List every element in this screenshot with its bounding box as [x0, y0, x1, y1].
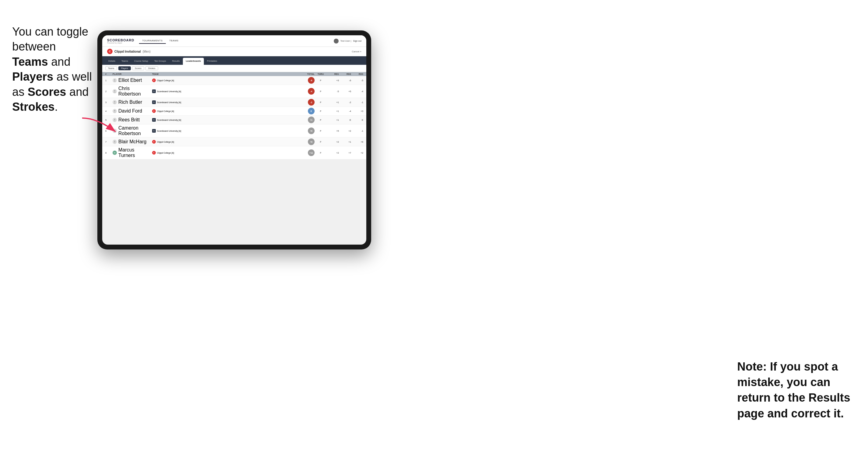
avatar-3 — [113, 100, 117, 104]
team-name-8: Clippd College [A] — [157, 152, 174, 154]
team-logo-3: S — [152, 100, 156, 104]
svg-point-5 — [114, 119, 115, 120]
tournament-title: C Clippd Invitational (Men) — [107, 49, 151, 54]
user-name: Test User | — [340, 39, 351, 42]
rd3-8: +2 — [351, 152, 363, 154]
rd2-8: +7 — [339, 152, 351, 154]
header-right: Test User | Sign out — [334, 39, 362, 43]
rank-7: 7 — [105, 141, 113, 143]
team-name-2: Scoreboard University [A] — [157, 90, 181, 92]
cancel-button[interactable]: Cancel × — [352, 50, 362, 53]
thru-2: F — [315, 90, 327, 93]
sub-tab-players[interactable]: Players — [118, 66, 131, 70]
thru-3: F — [315, 101, 327, 104]
total-cell-8: +11 — [296, 149, 315, 156]
thru-1: F — [315, 79, 327, 82]
rd3-6: -1 — [351, 130, 363, 132]
rd1-5: +1 — [327, 119, 339, 121]
player-name-4: David Ford — [118, 108, 142, 114]
col-rd2: RD2 — [339, 73, 351, 75]
col-rd3: RD3 — [351, 73, 363, 75]
avatar-2 — [113, 89, 117, 93]
team-cell-6: S Scoreboard University [A] — [152, 129, 296, 133]
team-name-6: Scoreboard University [A] — [157, 130, 181, 132]
rd3-1: -5 — [351, 79, 363, 82]
tab-teams[interactable]: Teams — [118, 58, 131, 65]
rd1-7: +2 — [327, 141, 339, 143]
app-header: SCOREBOARD Powered by clippd TOURNAMENTS… — [102, 35, 366, 47]
score-badge-5: +1 — [308, 117, 315, 123]
player-name-1: Elliot Ebert — [118, 77, 142, 83]
team-name-3: Scoreboard University [A] — [157, 101, 181, 103]
avatar-6 — [113, 129, 117, 133]
total-cell-5: +1 — [296, 117, 315, 123]
player-cell-5: Rees Britt — [113, 117, 152, 123]
player-name-8: Marcus Turners — [118, 147, 152, 158]
total-cell-1: -8 — [296, 77, 315, 84]
score-badge-7: +8 — [308, 138, 315, 145]
table-row: 1 Elliot Ebert C Clippd College [A] -8 F… — [102, 76, 366, 85]
col-player: PLAYER — [113, 73, 152, 75]
tab-bar: Details Teams Course Setup Tee Groups Re… — [102, 56, 366, 65]
team-cell-4: C Clippd College [A] — [152, 109, 296, 113]
total-cell-3: -2 — [296, 99, 315, 105]
team-logo-4: C — [152, 109, 156, 113]
player-cell-2: Chris Robertson — [113, 86, 152, 97]
player-cell-3: Rich Butler — [113, 99, 152, 105]
tab-leaderboards[interactable]: Leaderboards — [183, 58, 204, 65]
nav-teams[interactable]: TEAMS — [166, 38, 182, 44]
score-badge-1: -8 — [308, 77, 315, 84]
rd1-4: +1 — [327, 110, 339, 113]
sub-tab-strokes[interactable]: Strokes — [146, 66, 158, 70]
rd1-2: -5 — [327, 90, 339, 93]
table-row: 8 MT Marcus Turners C Clippd College [A]… — [102, 146, 366, 159]
table-row: 4 David Ford C Clippd College [A] E F +1… — [102, 107, 366, 116]
tab-course-setup[interactable]: Course Setup — [131, 58, 151, 65]
tab-results[interactable]: Results — [169, 58, 183, 65]
team-cell-2: S Scoreboard University [A] — [152, 89, 296, 93]
sign-out-link[interactable]: Sign out — [353, 39, 362, 42]
rd3-7: +6 — [351, 141, 363, 143]
player-cell-6: Cameron Robertson — [113, 125, 152, 136]
svg-text:MT: MT — [114, 152, 116, 154]
col-total: TOTAL — [296, 73, 315, 75]
avatar-1 — [113, 78, 117, 83]
rd2-5: E — [339, 119, 351, 121]
tab-details[interactable]: Details — [105, 58, 118, 65]
tab-printables[interactable]: Printables — [204, 58, 220, 65]
table-row: 5 Rees Britt S Scoreboard University [A]… — [102, 116, 366, 124]
player-cell-4: David Ford — [113, 108, 152, 114]
avatar-7 — [113, 139, 117, 144]
total-cell-2: -4 — [296, 88, 315, 95]
tournament-gender: (Men) — [143, 50, 151, 53]
nav-tournaments[interactable]: TOURNAMENTS — [139, 38, 165, 44]
team-cell-1: C Clippd College [A] — [152, 79, 296, 82]
score-badge-3: -2 — [308, 99, 315, 105]
player-name-6: Cameron Robertson — [118, 125, 152, 136]
team-logo-6: S — [152, 129, 156, 133]
rd2-1: -6 — [339, 79, 351, 82]
sub-tab-scores[interactable]: Scores — [132, 66, 144, 70]
team-logo-7: C — [152, 140, 156, 144]
sub-tabs: Teams Players Scores Strokes — [102, 65, 366, 72]
team-name-5: Scoreboard University [A] — [157, 119, 181, 121]
table-row: 6 Cameron Robertson S Scoreboard Univers… — [102, 124, 366, 137]
svg-point-7 — [114, 141, 115, 142]
tournament-logo: C — [107, 49, 113, 54]
rd2-4: -4 — [339, 110, 351, 113]
rank-3: 3 — [105, 101, 113, 104]
thru-8: F — [315, 152, 327, 154]
col-thru: THRU — [315, 73, 327, 75]
right-annotation: Note: If you spot a mistake, you can ret… — [737, 359, 853, 422]
tab-tee-groups[interactable]: Tee Groups — [151, 58, 169, 65]
tablet-frame: SCOREBOARD Powered by clippd TOURNAMENTS… — [97, 30, 371, 249]
player-cell-8: MT Marcus Turners — [113, 147, 152, 158]
avatar-4 — [113, 109, 117, 113]
team-cell-5: S Scoreboard University [A] — [152, 118, 296, 122]
rd3-5: E — [351, 119, 363, 121]
rd3-4: +3 — [351, 110, 363, 113]
sub-tab-teams[interactable]: Teams — [105, 66, 117, 70]
table-row: 2 Chris Robertson S Scoreboard Universit… — [102, 85, 366, 98]
team-name-1: Clippd College [A] — [157, 80, 174, 82]
tablet-screen: SCOREBOARD Powered by clippd TOURNAMENTS… — [102, 35, 366, 245]
